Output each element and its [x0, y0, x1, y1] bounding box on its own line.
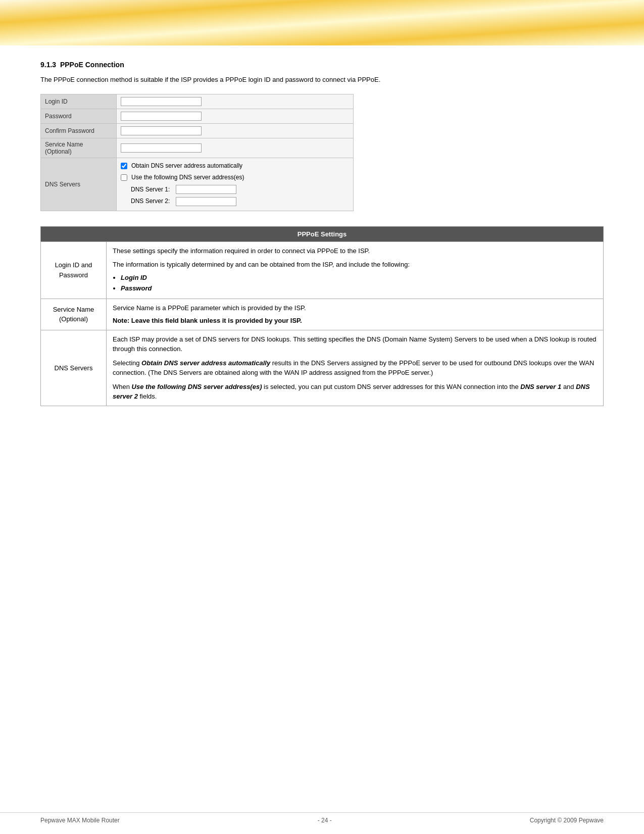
settings-service-content: Service Name is a PPPoE parameter which … — [107, 299, 604, 330]
settings-dns-content: Each ISP may provide a set of DNS server… — [107, 330, 604, 406]
password-label: Password — [41, 109, 117, 123]
settings-login-label: Login ID andPassword — [41, 241, 107, 299]
pppoe-form-table: Login ID Password Confirm Password Servi… — [40, 94, 354, 211]
confirm-password-cell — [117, 123, 354, 138]
dns-server1-row: DNS Server 1: — [131, 184, 349, 195]
settings-row-service: Service Name(Optional) Service Name is a… — [41, 299, 604, 330]
dns-server1-input[interactable] — [176, 185, 236, 194]
password-input[interactable] — [121, 112, 202, 121]
top-banner — [0, 0, 644, 45]
dns-server2-input[interactable] — [176, 197, 236, 206]
confirm-password-input[interactable] — [121, 126, 202, 135]
password-cell — [117, 109, 354, 123]
footer-right: Copyright © 2009 Pepwave — [530, 817, 604, 824]
footer-left: Pepwave MAX Mobile Router — [40, 817, 120, 824]
dns-servers-label: DNS Servers — [41, 158, 117, 211]
settings-service-p1: Service Name is a PPPoE parameter which … — [113, 303, 597, 313]
form-row-password: Password — [41, 109, 354, 123]
settings-login-p1: These settings specify the information r… — [113, 246, 597, 256]
dns-auto-checkbox[interactable] — [121, 163, 127, 169]
dns-auto-row: Obtain DNS server address automatically — [121, 161, 349, 172]
section-heading: 9.1.3 PPPoE Connection — [40, 61, 604, 69]
settings-row-login: Login ID andPassword These settings spec… — [41, 241, 604, 299]
dns-manual-checkbox[interactable] — [121, 174, 127, 181]
settings-dns-label: DNS Servers — [41, 330, 107, 406]
settings-login-item2: Password — [121, 283, 597, 293]
service-name-input[interactable] — [121, 143, 202, 153]
confirm-password-label: Confirm Password — [41, 123, 117, 138]
settings-row-dns: DNS Servers Each ISP may provide a set o… — [41, 330, 604, 406]
settings-service-note: Note: Leave this field blank unless it i… — [113, 316, 597, 326]
content-area: 9.1.3 PPPoE Connection The PPPoE connect… — [0, 45, 644, 447]
form-row-dns: DNS Servers Obtain DNS server address au… — [41, 158, 354, 211]
dns-server2-label: DNS Server 2: — [131, 196, 174, 207]
page-footer: Pepwave MAX Mobile Router - 24 - Copyrig… — [0, 812, 644, 824]
dns-manual-row: Use the following DNS server address(es) — [121, 172, 349, 183]
dns-server1-label: DNS Server 1: — [131, 184, 174, 195]
dns-servers-cell: Obtain DNS server address automatically … — [117, 158, 354, 211]
settings-login-p2: The information is typically determined … — [113, 260, 597, 270]
settings-dns-p2: Selecting Obtain DNS server address auto… — [113, 358, 597, 378]
section-number: 9.1.3 — [40, 61, 56, 69]
settings-login-list: Login ID Password — [121, 273, 597, 293]
section-title: PPPoE Connection — [60, 61, 124, 69]
login-id-cell — [117, 94, 354, 109]
settings-table-header: PPPoE Settings — [41, 226, 604, 241]
settings-dns-p3: When Use the following DNS server addres… — [113, 382, 597, 402]
dns-auto-label: Obtain DNS server address automatically — [131, 161, 242, 172]
form-row-login-id: Login ID — [41, 94, 354, 109]
login-id-input[interactable] — [121, 97, 202, 106]
login-id-label: Login ID — [41, 94, 117, 109]
settings-dns-p1: Each ISP may provide a set of DNS server… — [113, 334, 597, 354]
settings-explanation-table: PPPoE Settings Login ID andPassword Thes… — [40, 226, 604, 406]
service-name-cell — [117, 138, 354, 158]
form-row-confirm-password: Confirm Password — [41, 123, 354, 138]
section-intro: The PPPoE connection method is suitable … — [40, 75, 604, 85]
footer-center: - 24 - — [318, 817, 332, 824]
settings-service-label: Service Name(Optional) — [41, 299, 107, 330]
settings-login-content: These settings specify the information r… — [107, 241, 604, 299]
settings-login-item1: Login ID — [121, 273, 597, 283]
service-name-label: Service Name(Optional) — [41, 138, 117, 158]
form-row-service-name: Service Name(Optional) — [41, 138, 354, 158]
dns-content: Obtain DNS server address automatically … — [121, 161, 349, 207]
dns-manual-label: Use the following DNS server address(es) — [131, 172, 244, 183]
dns-server2-row: DNS Server 2: — [131, 196, 349, 207]
